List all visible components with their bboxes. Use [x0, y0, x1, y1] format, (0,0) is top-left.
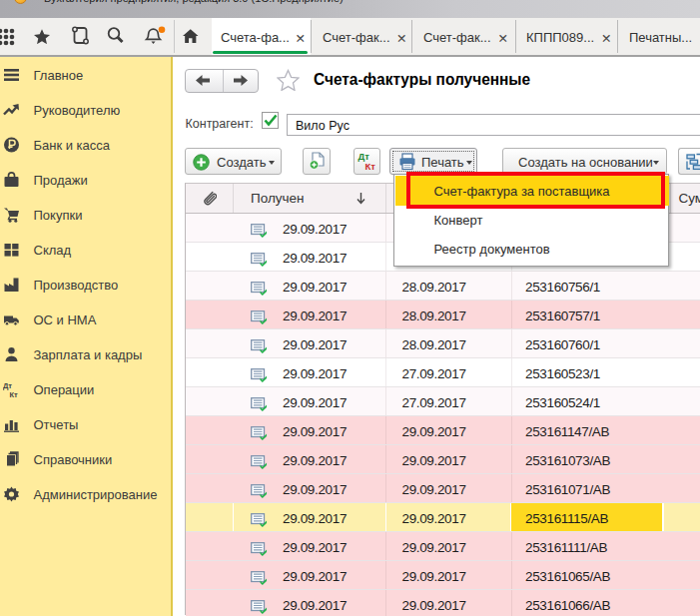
svg-text:Кт: Кт: [10, 390, 19, 398]
